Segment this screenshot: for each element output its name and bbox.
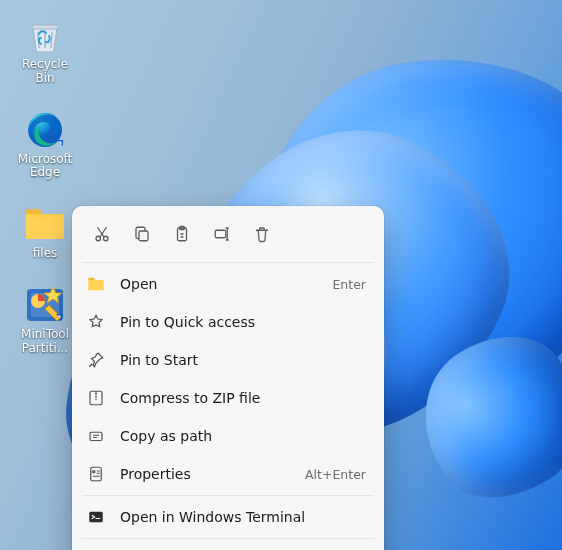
menu-item-show-more-options[interactable]: Show more options Shift+F10 — [78, 541, 378, 550]
svg-rect-20 — [90, 432, 102, 440]
menu-item-label: Properties — [120, 466, 291, 482]
svg-rect-14 — [139, 231, 148, 241]
menu-item-label: Open — [120, 276, 318, 292]
minitool-partition-icon — [23, 283, 67, 327]
svg-rect-5 — [26, 214, 64, 218]
paste-icon — [173, 225, 191, 243]
context-menu: Open Enter Pin to Quick access Pin to St… — [72, 206, 384, 550]
folder-icon — [23, 202, 67, 246]
desktop-icon-label: files — [33, 247, 58, 261]
menu-item-accelerator: Enter — [332, 277, 366, 292]
svg-rect-18 — [88, 280, 104, 290]
separator — [82, 262, 374, 263]
menu-item-compress-zip[interactable]: Compress to ZIP file — [78, 379, 378, 417]
desktop-icon-recycle-bin[interactable]: Recycle Bin — [8, 8, 82, 91]
edge-icon — [23, 108, 67, 152]
desktop-icon-label: MiniTool Partiti... — [11, 328, 79, 356]
menu-item-accelerator: Alt+Enter — [305, 467, 366, 482]
svg-rect-21 — [91, 467, 102, 481]
svg-marker-3 — [59, 141, 62, 144]
desktop-icon-label: Microsoft Edge — [11, 153, 79, 181]
rename-icon — [213, 225, 231, 243]
separator — [82, 538, 374, 539]
rename-button[interactable] — [206, 218, 238, 250]
desktop-icon-microsoft-edge[interactable]: Microsoft Edge — [8, 103, 82, 186]
menu-item-open-terminal[interactable]: Open in Windows Terminal — [78, 498, 378, 536]
copy-button[interactable] — [126, 218, 158, 250]
pin-star-icon — [86, 312, 106, 332]
delete-button[interactable] — [246, 218, 278, 250]
menu-item-pin-quick-access[interactable]: Pin to Quick access — [78, 303, 378, 341]
desktop-icon-files[interactable]: files — [8, 197, 82, 266]
separator — [82, 495, 374, 496]
desktop-icon-label: Recycle Bin — [11, 58, 79, 86]
delete-icon — [253, 225, 271, 243]
menu-item-label: Pin to Start — [120, 352, 352, 368]
menu-item-label: Copy as path — [120, 428, 352, 444]
zip-icon — [86, 388, 106, 408]
menu-item-label: Pin to Quick access — [120, 314, 352, 330]
properties-icon — [86, 464, 106, 484]
menu-item-open[interactable]: Open Enter — [78, 265, 378, 303]
menu-item-pin-start[interactable]: Pin to Start — [78, 341, 378, 379]
svg-rect-23 — [89, 512, 103, 523]
pin-icon — [86, 350, 106, 370]
folder-icon — [86, 274, 106, 294]
paste-button[interactable] — [166, 218, 198, 250]
context-menu-toolbar — [78, 212, 378, 260]
menu-item-label: Compress to ZIP file — [120, 390, 352, 406]
copy-path-icon — [86, 426, 106, 446]
menu-item-copy-path[interactable]: Copy as path — [78, 417, 378, 455]
desktop-icon-minitool-partition[interactable]: MiniTool Partiti... — [8, 278, 82, 361]
svg-point-13 — [104, 236, 109, 241]
recycle-bin-icon — [23, 13, 67, 57]
svg-rect-0 — [32, 25, 58, 29]
svg-point-12 — [96, 236, 101, 241]
cut-icon — [93, 225, 111, 243]
terminal-icon — [86, 507, 106, 527]
copy-icon — [133, 225, 151, 243]
menu-item-label: Open in Windows Terminal — [120, 509, 352, 525]
menu-item-properties[interactable]: Properties Alt+Enter — [78, 455, 378, 493]
desktop-icons: Recycle Bin Microsoft Edge fi — [8, 8, 82, 361]
svg-rect-17 — [215, 230, 226, 238]
cut-button[interactable] — [86, 218, 118, 250]
svg-point-22 — [93, 471, 95, 473]
